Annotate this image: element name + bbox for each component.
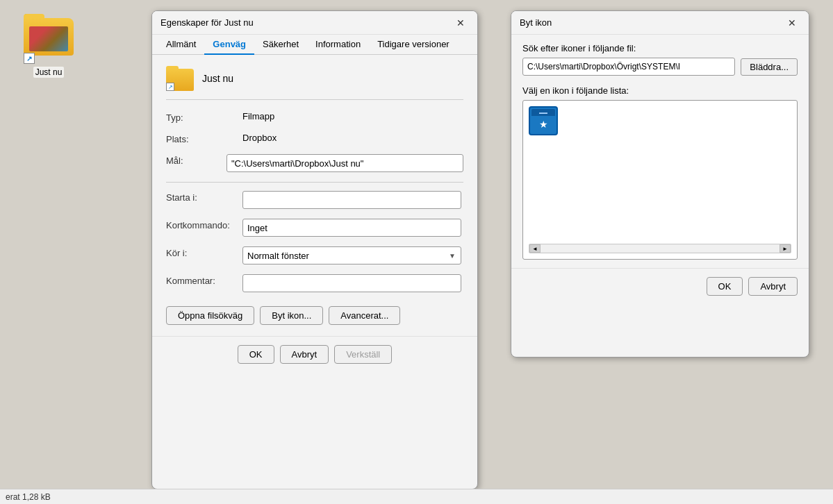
plats-label: Plats: <box>166 133 242 144</box>
calendar-header: ▬▬ <box>531 109 555 116</box>
props-footer: OK Avbryt Verkställ <box>152 336 477 372</box>
icon-dialog-close-button[interactable]: ✕ <box>784 15 800 31</box>
folder-name: Just nu <box>202 73 233 84</box>
status-bar: erat 1,28 kB <box>0 489 833 504</box>
icon-scrollbar[interactable]: ◄ ► <box>529 244 791 253</box>
starta-i-label: Starta i: <box>166 191 242 203</box>
kortkommando-label: Kortkommando: <box>166 219 242 230</box>
prop-plats: Plats: Dropbox <box>166 133 463 144</box>
prop-typ: Typ: Filmapp <box>166 111 463 123</box>
kortkommando-input[interactable] <box>242 219 461 237</box>
kor-i-dropdown-wrapper: Normalt fönster Minimerat Maximerat ▼ <box>242 246 461 264</box>
folder-icon <box>24 14 74 56</box>
icon-avbryt-button[interactable]: Avbryt <box>748 277 798 296</box>
calendar-star-icon[interactable]: ▬▬ ★ <box>529 106 558 135</box>
scroll-left-arrow[interactable]: ◄ <box>529 244 541 253</box>
icon-ok-button[interactable]: OK <box>707 277 743 296</box>
star-icon: ★ <box>539 119 548 130</box>
byt-ikon-button[interactable]: Byt ikon... <box>260 306 323 325</box>
mal-input[interactable] <box>226 154 463 172</box>
starta-i-input[interactable] <box>242 191 461 209</box>
action-buttons-row: Öppna filsökväg Byt ikon... Avancerat... <box>166 306 463 325</box>
prop-mal: Mål: <box>166 154 463 172</box>
mal-label: Mål: <box>166 154 226 166</box>
tab-allmant[interactable]: Allmänt <box>158 35 204 55</box>
props-verkstall-button[interactable]: Verkställ <box>334 345 392 364</box>
icon-label: Just nu <box>33 67 65 78</box>
kor-i-label: Kör i: <box>166 246 242 258</box>
search-file-input[interactable] <box>522 58 735 76</box>
props-avbryt-button[interactable]: Avbryt <box>280 345 329 364</box>
props-titlebar: Egenskaper för Just nu ✕ <box>152 11 477 35</box>
search-file-label: Sök efter ikoner i följande fil: <box>522 43 798 53</box>
properties-dialog: Egenskaper för Just nu ✕ Allmänt Genväg … <box>151 10 478 489</box>
kommentar-input[interactable] <box>242 274 461 292</box>
calendar-body: ★ <box>531 116 555 133</box>
tab-tidigare-versioner[interactable]: Tidigare versioner <box>369 35 458 55</box>
divider-1 <box>166 182 463 183</box>
prop-kommentar: Kommentar: <box>166 274 463 292</box>
props-close-button[interactable]: ✕ <box>452 15 469 31</box>
search-file-row: Bläddra... <box>522 58 798 76</box>
prop-kor-i: Kör i: Normalt fönster Minimerat Maximer… <box>166 246 463 264</box>
icon-list-label: Välj en ikon i följande lista: <box>522 85 798 96</box>
prop-kortkommando: Kortkommando: <box>166 219 463 237</box>
icon-dialog-footer: OK Avbryt <box>511 268 809 304</box>
icon-name-row: ↗ Just nu <box>166 66 463 100</box>
icon-dialog-title: Byt ikon <box>520 17 784 28</box>
kommentar-label: Kommentar: <box>166 274 242 286</box>
props-folder-icon: ↗ <box>166 66 194 91</box>
shortcut-arrow-icon: ↗ <box>24 53 35 64</box>
icon-list-area[interactable]: ▬▬ ★ ◄ ► <box>522 100 798 260</box>
icon-dialog-content: Sök efter ikoner i följande fil: Bläddra… <box>511 35 809 268</box>
icon-dialog-titlebar: Byt ikon ✕ <box>511 11 809 35</box>
tab-information[interactable]: Information <box>307 35 369 55</box>
oppna-filsokvag-button[interactable]: Öppna filsökväg <box>166 306 254 325</box>
props-title: Egenskaper för Just nu <box>160 17 452 28</box>
icon-dialog: Byt ikon ✕ Sök efter ikoner i följande f… <box>511 10 809 358</box>
tab-sakerhet[interactable]: Säkerhet <box>254 35 307 55</box>
plats-value: Dropbox <box>242 133 463 143</box>
folder-preview <box>29 26 68 51</box>
typ-value: Filmapp <box>242 111 463 121</box>
typ-label: Typ: <box>166 111 242 123</box>
prop-starta-i: Starta i: <box>166 191 463 209</box>
avancerat-button[interactable]: Avancerat... <box>329 306 400 325</box>
props-shortcut-icon: ↗ <box>166 83 174 91</box>
props-content: ↗ Just nu Typ: Filmapp Plats: Dropbox Må… <box>152 55 477 336</box>
desktop: ✓ ↗ Just nu Egenskaper för Just nu ✕ All… <box>0 0 833 504</box>
scroll-track <box>541 245 780 252</box>
bladra-button[interactable]: Bläddra... <box>741 58 798 76</box>
status-text: erat 1,28 kB <box>6 492 51 502</box>
tab-genvag[interactable]: Genväg <box>204 35 254 55</box>
kor-i-select[interactable]: Normalt fönster Minimerat Maximerat <box>242 246 461 264</box>
props-ok-button[interactable]: OK <box>238 345 274 364</box>
scroll-right-arrow[interactable]: ► <box>780 244 791 253</box>
tabs-bar: Allmänt Genväg Säkerhet Information Tidi… <box>152 35 477 55</box>
desktop-icon-just-nu[interactable]: ✓ ↗ Just nu <box>21 14 76 78</box>
